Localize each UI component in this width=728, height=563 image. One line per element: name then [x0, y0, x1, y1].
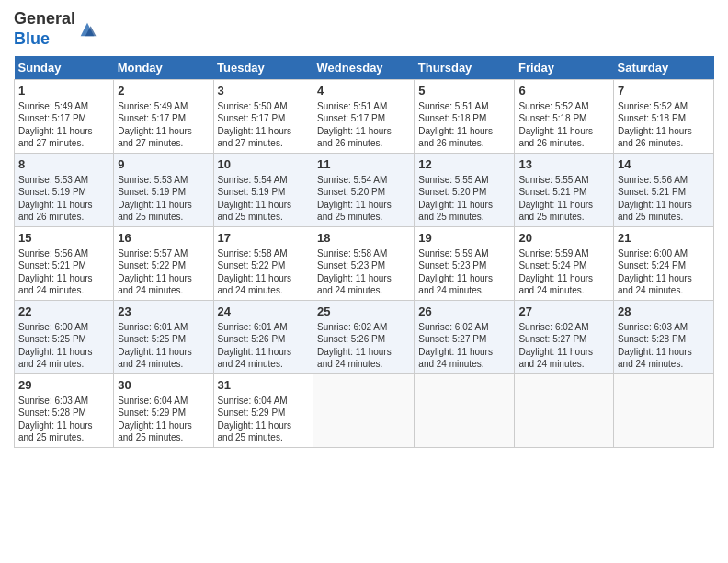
- header-cell-wednesday: Wednesday: [313, 56, 415, 80]
- header-cell-saturday: Saturday: [614, 56, 714, 80]
- day-info: Sunrise: 5:51 AM Sunset: 5:18 PM Dayligh…: [418, 100, 510, 150]
- calendar-table: SundayMondayTuesdayWednesdayThursdayFrid…: [14, 56, 714, 448]
- calendar-cell: 14Sunrise: 5:56 AM Sunset: 5:21 PM Dayli…: [614, 154, 714, 227]
- day-info: Sunrise: 6:00 AM Sunset: 5:25 PM Dayligh…: [18, 321, 109, 371]
- calendar-cell: 31Sunrise: 6:04 AM Sunset: 5:29 PM Dayli…: [213, 374, 313, 448]
- day-info: Sunrise: 5:54 AM Sunset: 5:20 PM Dayligh…: [317, 174, 410, 224]
- day-number: 5: [418, 83, 510, 99]
- calendar-cell: 18Sunrise: 5:58 AM Sunset: 5:23 PM Dayli…: [313, 227, 415, 301]
- day-number: 14: [618, 156, 710, 173]
- day-info: Sunrise: 6:01 AM Sunset: 5:26 PM Dayligh…: [218, 321, 310, 371]
- day-number: 29: [18, 377, 109, 394]
- day-number: 15: [18, 230, 109, 247]
- calendar-header-row: SundayMondayTuesdayWednesdayThursdayFrid…: [15, 56, 714, 80]
- day-number: 26: [418, 304, 510, 320]
- day-info: Sunrise: 6:00 AM Sunset: 5:24 PM Dayligh…: [618, 247, 710, 297]
- day-info: Sunrise: 5:56 AM Sunset: 5:21 PM Dayligh…: [18, 247, 109, 297]
- calendar-cell: 9Sunrise: 5:53 AM Sunset: 5:19 PM Daylig…: [114, 154, 213, 227]
- day-info: Sunrise: 6:03 AM Sunset: 5:28 PM Dayligh…: [618, 321, 710, 371]
- day-info: Sunrise: 5:52 AM Sunset: 5:18 PM Dayligh…: [518, 100, 609, 150]
- day-number: 17: [218, 230, 310, 247]
- calendar-week-row: 22Sunrise: 6:00 AM Sunset: 5:25 PM Dayli…: [15, 301, 714, 374]
- calendar-cell: 27Sunrise: 6:02 AM Sunset: 5:27 PM Dayli…: [515, 301, 614, 374]
- day-number: 22: [18, 304, 109, 320]
- day-info: Sunrise: 6:04 AM Sunset: 5:29 PM Dayligh…: [218, 395, 310, 444]
- calendar-cell: 1Sunrise: 5:49 AM Sunset: 5:17 PM Daylig…: [15, 80, 114, 154]
- calendar-cell: 30Sunrise: 6:04 AM Sunset: 5:29 PM Dayli…: [114, 374, 213, 448]
- calendar-cell: 26Sunrise: 6:02 AM Sunset: 5:27 PM Dayli…: [415, 301, 515, 374]
- calendar-cell: 10Sunrise: 5:54 AM Sunset: 5:19 PM Dayli…: [213, 154, 313, 227]
- logo-general: General: [14, 9, 75, 28]
- day-number: 12: [418, 156, 510, 173]
- day-info: Sunrise: 5:58 AM Sunset: 5:23 PM Dayligh…: [317, 247, 410, 297]
- day-info: Sunrise: 6:02 AM Sunset: 5:26 PM Dayligh…: [317, 321, 410, 371]
- day-info: Sunrise: 5:49 AM Sunset: 5:17 PM Dayligh…: [18, 100, 109, 150]
- day-info: Sunrise: 6:01 AM Sunset: 5:25 PM Dayligh…: [118, 321, 209, 371]
- day-info: Sunrise: 5:59 AM Sunset: 5:23 PM Dayligh…: [418, 247, 510, 297]
- calendar-cell: 12Sunrise: 5:55 AM Sunset: 5:20 PM Dayli…: [415, 154, 515, 227]
- logo-icon: [77, 19, 97, 40]
- calendar-cell: 5Sunrise: 5:51 AM Sunset: 5:18 PM Daylig…: [415, 80, 515, 154]
- day-number: 6: [518, 83, 609, 99]
- calendar-cell: 24Sunrise: 6:01 AM Sunset: 5:26 PM Dayli…: [213, 301, 313, 374]
- day-number: 10: [218, 156, 310, 173]
- header-cell-thursday: Thursday: [415, 56, 515, 80]
- day-number: 25: [317, 304, 410, 320]
- calendar-cell: [415, 374, 515, 448]
- calendar-week-row: 1Sunrise: 5:49 AM Sunset: 5:17 PM Daylig…: [15, 80, 714, 154]
- day-number: 16: [118, 230, 209, 247]
- calendar-cell: 11Sunrise: 5:54 AM Sunset: 5:20 PM Dayli…: [313, 154, 415, 227]
- day-info: Sunrise: 6:04 AM Sunset: 5:29 PM Dayligh…: [118, 395, 209, 444]
- day-number: 28: [618, 304, 710, 320]
- day-number: 2: [118, 83, 209, 99]
- day-number: 9: [118, 156, 209, 173]
- calendar-cell: 15Sunrise: 5:56 AM Sunset: 5:21 PM Dayli…: [15, 227, 114, 301]
- day-info: Sunrise: 5:54 AM Sunset: 5:19 PM Dayligh…: [218, 174, 310, 224]
- day-info: Sunrise: 5:55 AM Sunset: 5:20 PM Dayligh…: [418, 174, 510, 224]
- day-info: Sunrise: 5:53 AM Sunset: 5:19 PM Dayligh…: [18, 174, 109, 224]
- calendar-cell: 22Sunrise: 6:00 AM Sunset: 5:25 PM Dayli…: [15, 301, 114, 374]
- day-number: 4: [317, 83, 410, 99]
- logo: General Blue: [14, 9, 97, 49]
- calendar-week-row: 8Sunrise: 5:53 AM Sunset: 5:19 PM Daylig…: [15, 154, 714, 227]
- day-number: 13: [518, 156, 609, 173]
- day-number: 31: [218, 377, 310, 394]
- calendar-cell: 6Sunrise: 5:52 AM Sunset: 5:18 PM Daylig…: [515, 80, 614, 154]
- calendar-body: 1Sunrise: 5:49 AM Sunset: 5:17 PM Daylig…: [15, 80, 714, 448]
- day-number: 1: [18, 83, 109, 99]
- day-info: Sunrise: 6:03 AM Sunset: 5:28 PM Dayligh…: [18, 395, 109, 444]
- calendar-cell: 29Sunrise: 6:03 AM Sunset: 5:28 PM Dayli…: [15, 374, 114, 448]
- calendar-cell: [313, 374, 415, 448]
- calendar-cell: [515, 374, 614, 448]
- day-number: 3: [218, 83, 310, 99]
- day-info: Sunrise: 5:52 AM Sunset: 5:18 PM Dayligh…: [618, 100, 710, 150]
- day-number: 18: [317, 230, 410, 247]
- logo-blue: Blue: [14, 29, 50, 48]
- calendar-cell: 2Sunrise: 5:49 AM Sunset: 5:17 PM Daylig…: [114, 80, 213, 154]
- day-info: Sunrise: 6:02 AM Sunset: 5:27 PM Dayligh…: [418, 321, 510, 371]
- calendar-cell: 23Sunrise: 6:01 AM Sunset: 5:25 PM Dayli…: [114, 301, 213, 374]
- calendar-week-row: 15Sunrise: 5:56 AM Sunset: 5:21 PM Dayli…: [15, 227, 714, 301]
- day-info: Sunrise: 5:57 AM Sunset: 5:22 PM Dayligh…: [118, 247, 209, 297]
- day-info: Sunrise: 5:56 AM Sunset: 5:21 PM Dayligh…: [618, 174, 710, 224]
- day-info: Sunrise: 5:59 AM Sunset: 5:24 PM Dayligh…: [518, 247, 609, 297]
- calendar-cell: 7Sunrise: 5:52 AM Sunset: 5:18 PM Daylig…: [614, 80, 714, 154]
- day-number: 11: [317, 156, 410, 173]
- calendar-cell: 17Sunrise: 5:58 AM Sunset: 5:22 PM Dayli…: [213, 227, 313, 301]
- day-info: Sunrise: 5:55 AM Sunset: 5:21 PM Dayligh…: [518, 174, 609, 224]
- calendar-cell: 25Sunrise: 6:02 AM Sunset: 5:26 PM Dayli…: [313, 301, 415, 374]
- day-info: Sunrise: 5:51 AM Sunset: 5:17 PM Dayligh…: [317, 100, 410, 150]
- header-cell-friday: Friday: [515, 56, 614, 80]
- day-info: Sunrise: 5:53 AM Sunset: 5:19 PM Dayligh…: [118, 174, 209, 224]
- day-number: 19: [418, 230, 510, 247]
- page-container: General Blue SundayMondayTuesdayWednesda…: [0, 0, 728, 457]
- day-number: 21: [618, 230, 710, 247]
- day-number: 27: [518, 304, 609, 320]
- day-number: 23: [118, 304, 209, 320]
- calendar-cell: 20Sunrise: 5:59 AM Sunset: 5:24 PM Dayli…: [515, 227, 614, 301]
- calendar-cell: 28Sunrise: 6:03 AM Sunset: 5:28 PM Dayli…: [614, 301, 714, 374]
- header-cell-tuesday: Tuesday: [213, 56, 313, 80]
- header: General Blue: [14, 9, 714, 49]
- calendar-week-row: 29Sunrise: 6:03 AM Sunset: 5:28 PM Dayli…: [15, 374, 714, 448]
- day-number: 24: [218, 304, 310, 320]
